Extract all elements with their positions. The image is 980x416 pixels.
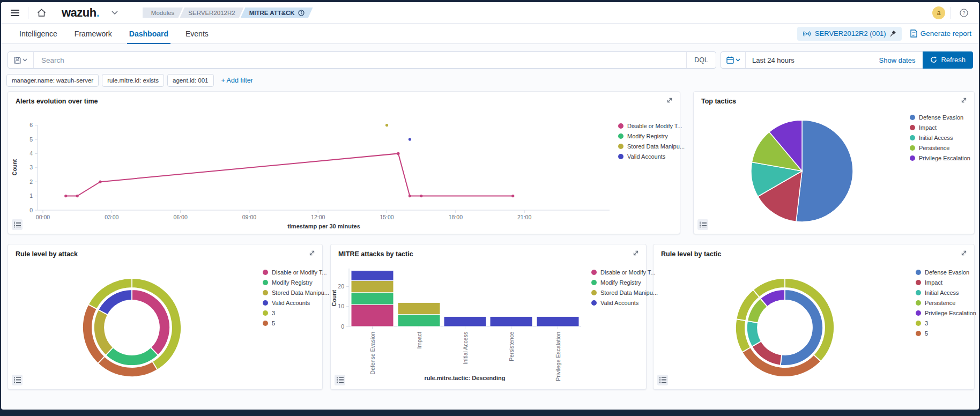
legend-item[interactable]: Valid Accounts	[618, 151, 685, 161]
legend-item[interactable]: Initial Access	[910, 132, 970, 143]
module-tabbar: Intelligence Framework Dashboard Events …	[1, 24, 979, 44]
help-icon[interactable]: ?	[956, 5, 971, 20]
navbar-right: a ?	[932, 5, 979, 20]
legend-dot	[263, 280, 268, 285]
panel-title: Rule level by attack	[16, 250, 78, 258]
legend-toggle-icon[interactable]	[335, 375, 345, 385]
calendar-menu[interactable]	[721, 52, 746, 68]
home-icon[interactable]	[34, 5, 49, 20]
expand-panel-icon[interactable]	[308, 249, 317, 258]
legend-item[interactable]: Modify Registry	[591, 277, 658, 287]
info-icon[interactable]	[298, 10, 305, 16]
legend-item[interactable]: Defense Evasion	[910, 112, 970, 122]
legend-label: Stored Data Manipu...	[627, 143, 685, 150]
time-range-value[interactable]: Last 24 hours	[746, 56, 801, 64]
tab-dashboard[interactable]: Dashboard	[121, 24, 177, 43]
legend-dot	[910, 125, 915, 130]
legend-label: Valid Accounts	[627, 153, 665, 160]
legend-item[interactable]: Defense Evasion	[916, 267, 976, 277]
legend-label: Stored Data Manipu...	[272, 289, 329, 296]
legend-label: Persistence	[919, 145, 949, 151]
svg-text:Defense Evasion: Defense Evasion	[369, 332, 376, 375]
legend-toggle-icon[interactable]	[657, 375, 668, 385]
query-language-button[interactable]: DQL	[686, 52, 716, 68]
refresh-icon	[930, 56, 937, 63]
broadcast-icon	[803, 31, 811, 37]
panel-mitre-attacks-by-tactic: MITRE attacks by tactic Disable or Modif…	[330, 244, 647, 390]
search-box: DQL	[8, 51, 716, 69]
legend-item[interactable]: Stored Data Manipu...	[263, 287, 329, 298]
legend-toggle-icon[interactable]	[12, 219, 23, 230]
legend-label: Valid Accounts	[272, 300, 310, 306]
expand-panel-icon[interactable]	[960, 96, 969, 105]
svg-text:Count: Count	[331, 289, 337, 306]
menu-hamburger-icon[interactable]	[8, 5, 23, 20]
legend-item[interactable]: 3	[263, 308, 329, 318]
legend-toggle-icon[interactable]	[697, 219, 708, 230]
filter-pill-manager[interactable]: manager.name: wazuh-server	[6, 74, 99, 87]
legend-item[interactable]: Modify Registry	[263, 277, 329, 287]
tab-framework[interactable]: Framework	[66, 24, 121, 43]
refresh-button[interactable]: Refresh	[923, 51, 973, 69]
expand-panel-icon[interactable]	[632, 249, 641, 258]
agent-selector-pill[interactable]: SERVER2012R2 (001)	[797, 27, 902, 41]
tab-intelligence[interactable]: Intelligence	[11, 24, 66, 43]
search-input[interactable]	[34, 56, 686, 64]
legend-item[interactable]: Impact	[910, 122, 970, 132]
add-filter-button[interactable]: + Add filter	[221, 77, 253, 84]
legend-item[interactable]: 5	[263, 318, 329, 328]
wazuh-logo[interactable]: wazuh.	[62, 6, 100, 20]
legend-item[interactable]: Disable or Modify T...	[618, 121, 685, 131]
tab-events[interactable]: Events	[177, 24, 217, 43]
filter-pill-mitre-id[interactable]: rule.mitre.id: exists	[102, 74, 164, 87]
tabbar-right: SERVER2012R2 (001) Generate report	[797, 27, 979, 41]
legend-dot	[591, 300, 597, 306]
legend-item[interactable]: Persistence	[916, 298, 976, 308]
svg-text:3: 3	[29, 164, 33, 170]
legend-item[interactable]: Disable or Modify T...	[591, 267, 658, 277]
legend-dot	[916, 310, 921, 316]
legend-item[interactable]: Valid Accounts	[263, 298, 329, 308]
breadcrumb-modules[interactable]: Modules	[143, 8, 183, 18]
legend-item[interactable]: Modify Registry	[618, 131, 685, 141]
legend-item[interactable]: Privilege Escalation	[916, 308, 976, 318]
chart-legend: Disable or Modify T...Modify RegistrySto…	[618, 121, 685, 161]
svg-text:4: 4	[29, 150, 33, 157]
pin-icon[interactable]	[890, 30, 896, 37]
legend-label: Persistence	[925, 300, 955, 306]
svg-text:12:00: 12:00	[311, 214, 325, 220]
svg-text:03:00: 03:00	[105, 214, 118, 220]
saved-query-menu[interactable]	[8, 52, 34, 68]
svg-text:21:00: 21:00	[517, 214, 531, 220]
svg-text:06:00: 06:00	[173, 214, 187, 220]
svg-text:10: 10	[338, 303, 344, 309]
legend-item[interactable]: 5	[916, 328, 976, 338]
expand-panel-icon[interactable]	[960, 249, 969, 258]
legend-item[interactable]: Impact	[916, 277, 976, 287]
generate-report-button[interactable]: Generate report	[910, 29, 971, 38]
legend-dot	[263, 290, 268, 295]
legend-item[interactable]: Disable or Modify T...	[263, 267, 329, 277]
legend-label: 3	[925, 320, 928, 326]
breadcrumb-agent[interactable]: SERVER2012R2	[180, 8, 243, 18]
chart-legend: Disable or Modify T...Modify RegistrySto…	[591, 267, 658, 308]
breadcrumb-mitre-attack[interactable]: MITRE ATT&CK	[241, 8, 313, 18]
legend-item[interactable]: Stored Data Manipu...	[618, 141, 685, 151]
legend-item[interactable]: Valid Accounts	[591, 298, 658, 308]
svg-text:?: ?	[962, 10, 965, 16]
show-dates-link[interactable]: Show dates	[879, 56, 923, 64]
legend-toggle-icon[interactable]	[12, 375, 23, 385]
legend-item[interactable]: Privilege Escalation	[910, 153, 970, 163]
svg-text:15:00: 15:00	[380, 214, 394, 220]
expand-panel-icon[interactable]	[666, 96, 674, 105]
panel-alerts-evolution: Alerts evolution over time Disable or Mo…	[8, 91, 680, 234]
legend-item[interactable]: Stored Data Manipu...	[591, 287, 658, 298]
legend-item[interactable]: Initial Access	[916, 287, 976, 298]
avatar[interactable]: a	[932, 6, 945, 19]
legend-item[interactable]: 3	[916, 318, 976, 328]
filter-pill-agent-id[interactable]: agent.id: 001	[167, 74, 214, 87]
chevron-down-icon[interactable]	[107, 5, 122, 20]
legend-item[interactable]: Persistence	[910, 143, 970, 153]
legend-dot	[618, 144, 623, 149]
legend-dot	[263, 300, 268, 306]
